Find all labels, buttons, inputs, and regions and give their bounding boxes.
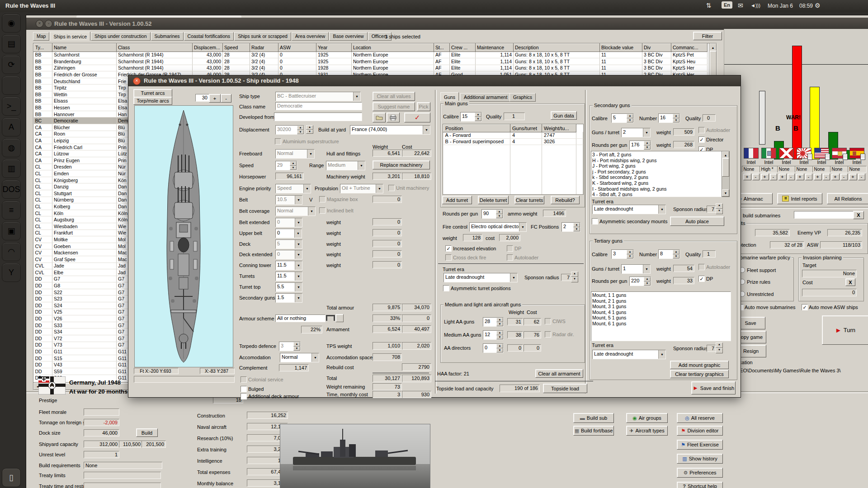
tab[interactable]: Area overview: [292, 32, 329, 41]
suggest-name-button[interactable]: Suggest name: [373, 102, 415, 111]
propulsion-combo[interactable]: Oil + Turbine▼: [340, 184, 383, 193]
division-editor-button[interactable]: ⚑Division editor: [677, 426, 723, 436]
radar-dir-checkbox[interactable]: ✓: [545, 331, 551, 338]
column-header[interactable]: Ty...: [34, 43, 52, 52]
secondary-armour-combo[interactable]: 1.5▼: [275, 293, 302, 303]
gun-data-button[interactable]: Gun data: [551, 111, 577, 120]
intel-level[interactable]: High *: [760, 166, 778, 173]
unit-machinery-checkbox[interactable]: ✓: [388, 185, 395, 191]
column-header[interactable]: Speed: [223, 43, 250, 52]
tertiary-mount-item[interactable]: Mount, 3 1 guns: [592, 304, 730, 310]
window-close-icon[interactable]: ×: [36, 20, 43, 28]
dock-app-icon[interactable]: A: [2, 117, 21, 136]
dialog-titlebar[interactable]: × Rule the Waves III - Version 1.00.52 -…: [128, 75, 741, 86]
aa-directors-spinner[interactable]: 0▲▼: [483, 343, 504, 353]
increased-elevation-checkbox[interactable]: ✓: [445, 245, 452, 252]
air-groups-button[interactable]: ◉Air groups: [626, 413, 668, 423]
ter-number-spinner[interactable]: 8▲▼: [658, 249, 680, 259]
aircraft-types-button[interactable]: ✈Aircraft types: [626, 426, 668, 436]
secondary-position-item[interactable]: 3 - Port aft, 2 guns: [592, 152, 722, 158]
add-turret-button[interactable]: Add turret: [442, 196, 472, 204]
column-header[interactable]: Crew ...: [450, 43, 476, 52]
build-at-yard-combo[interactable]: France (74,000)▼: [350, 125, 430, 135]
tertiary-mount-item[interactable]: Mount, 4 1 guns: [592, 310, 730, 315]
intel-minus-button[interactable]: -: [752, 174, 760, 180]
torpedo-defence-spinner[interactable]: 3▲▼: [279, 342, 301, 351]
column-header[interactable]: Displacem...: [193, 43, 223, 52]
developed-from-field[interactable]: [274, 113, 362, 121]
ciws-checkbox[interactable]: ✓: [545, 318, 551, 324]
turret-col-header[interactable]: Guns/turret: [510, 124, 542, 132]
tertiary-mount-item[interactable]: Mount, 1 1 guns: [592, 292, 730, 298]
sec-director-checkbox[interactable]: ✓: [698, 136, 705, 143]
intel-plus-button[interactable]: +: [831, 174, 840, 180]
sec-turret-era-combo[interactable]: Late dreadnought▼: [592, 205, 666, 214]
intel-minus-button[interactable]: -: [788, 174, 795, 180]
all-relations-button[interactable]: All Relations: [827, 193, 868, 204]
ship-row[interactable]: BBScharnhorstScharnhorst (R 1944)43,000 …: [34, 52, 708, 58]
volume-icon[interactable]: ◄))): [750, 3, 760, 8]
column-header[interactable]: Radar: [250, 43, 278, 52]
nation-flag[interactable]: [744, 148, 759, 159]
ship-row[interactable]: BBBrandenburgScharnhorst (R 1944)43,000 …: [34, 58, 708, 65]
main-sponson-spinner[interactable]: ▲▼: [571, 272, 578, 282]
dock-app-icon[interactable]: >_: [2, 97, 21, 116]
rebuild-button[interactable]: Rebuild?: [551, 196, 580, 204]
intel-minus-button[interactable]: -: [858, 174, 865, 180]
aluminium-checkbox[interactable]: ✓: [275, 138, 281, 145]
show-history-button[interactable]: ▥Show history: [677, 454, 723, 464]
intel-plus-button[interactable]: +: [849, 174, 857, 180]
intel-level[interactable]: None: [742, 166, 761, 173]
open-folder-button[interactable]: [373, 113, 386, 122]
turn-button[interactable]: ►Turn: [822, 315, 868, 345]
dock-app-icon[interactable]: ⟳: [2, 55, 21, 74]
accomodation-combo[interactable]: Normal▼: [280, 353, 319, 362]
window-titlebar[interactable]: × ▫ Rule the Waves III - Version 1.00.52: [26, 18, 868, 30]
column-header[interactable]: Commanc...: [671, 43, 708, 52]
dock-app-icon[interactable]: Y: [2, 263, 21, 282]
ter-guns-turret-combo[interactable]: 1▼: [621, 264, 651, 274]
ter-dp-checkbox[interactable]: ✓: [698, 276, 705, 282]
turret-arcs-button[interactable]: Turret arcs: [133, 89, 172, 97]
tab[interactable]: Ships under construction: [91, 32, 151, 41]
shortcut-help-button[interactable]: ?Shortcut help: [677, 482, 723, 488]
belt-coverage-combo[interactable]: Normal▼: [275, 206, 316, 216]
ship-row[interactable]: BBZähringenScharnhorst (R 1944)43,000 28…: [34, 65, 708, 71]
ter-sponson-spinner[interactable]: ▲▼: [716, 343, 723, 353]
turret-row[interactable]: A - Forward42747: [443, 132, 583, 138]
build-sub-button[interactable]: ▬Build sub: [573, 413, 614, 423]
dock-app-icon[interactable]: ◠: [2, 242, 21, 261]
intel-level[interactable]: None: [812, 166, 831, 173]
nation-flag[interactable]: [797, 148, 811, 159]
dock-app-icon[interactable]: ▤: [2, 34, 21, 53]
range-combo[interactable]: Medium▼: [326, 161, 365, 170]
intel-level[interactable]: None: [830, 166, 849, 173]
clear-tertiary-graphics-button[interactable]: Clear tertiary graphics: [670, 370, 729, 378]
column-header[interactable]: St...: [434, 43, 450, 52]
inclined-belt-checkbox[interactable]: ✓: [319, 207, 326, 214]
column-header[interactable]: Location: [352, 43, 434, 52]
upper-belt-combo[interactable]: 0▼: [275, 229, 302, 238]
build-button[interactable]: Build: [136, 428, 158, 437]
asym-secondary-checkbox[interactable]: ✓: [592, 218, 598, 225]
light-aa-spinner[interactable]: 28▲▼: [483, 317, 504, 327]
keyboard-indicator[interactable]: En: [722, 1, 732, 9]
intel-plus-button[interactable]: +: [743, 174, 751, 180]
sec-guns-turret-combo[interactable]: 2▼: [621, 128, 651, 137]
save-and-finish-button[interactable]: ►Save and finish: [691, 381, 736, 394]
main-dp-checkbox[interactable]: ✓: [507, 245, 513, 252]
network-icon[interactable]: ⇅: [706, 2, 712, 9]
armour-scheme-value[interactable]: All or nothing: [275, 314, 326, 322]
tab-guns[interactable]: Guns: [440, 92, 459, 101]
turrets-combo[interactable]: 11.5▼: [275, 272, 302, 281]
fire-control-combo[interactable]: Electro optical director▼: [469, 222, 527, 232]
auto-move-asw-checkbox[interactable]: ✓: [802, 304, 808, 310]
intel-plus-button[interactable]: +: [778, 174, 787, 180]
tertiary-mount-item[interactable]: Mount, 5 1 guns: [592, 315, 730, 321]
session-gear-icon[interactable]: ⚙: [815, 2, 821, 9]
dock-app-icon[interactable]: ◍: [2, 138, 21, 157]
nation-flag[interactable]: [761, 148, 776, 159]
turret-col-header[interactable]: Position: [443, 124, 510, 132]
auto-place-button[interactable]: Auto place: [670, 216, 724, 226]
arc-minus-button[interactable]: -: [221, 94, 231, 103]
